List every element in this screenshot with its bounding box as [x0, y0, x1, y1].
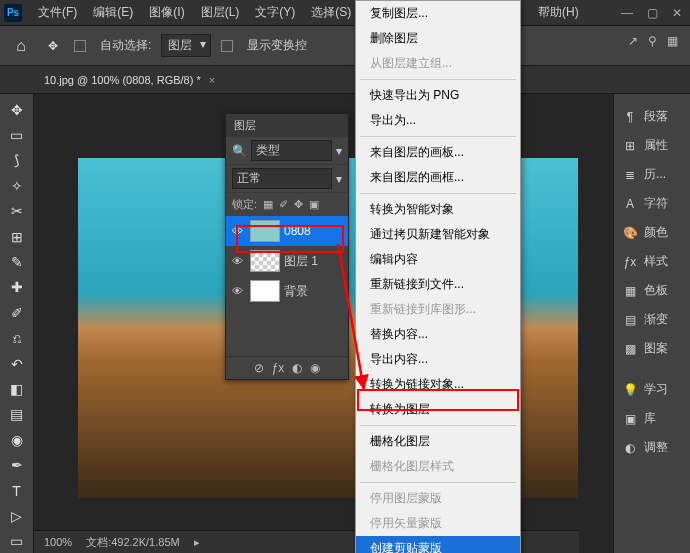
lock-pixels-icon[interactable]: ▦	[263, 198, 273, 211]
ctx-convert-smart[interactable]: 转换为智能对象	[356, 197, 520, 222]
minimize-icon[interactable]: —	[621, 6, 633, 20]
wand-tool[interactable]: ✧	[3, 174, 31, 197]
layer-thumb	[250, 220, 280, 242]
show-transform-checkbox[interactable]	[221, 39, 237, 53]
menu-text[interactable]: 文字(Y)	[247, 4, 303, 21]
ctx-edit-contents[interactable]: 编辑内容	[356, 247, 520, 272]
tab-style[interactable]: ƒx样式	[614, 247, 690, 276]
ctx-duplicate-layer[interactable]: 复制图层...	[356, 1, 520, 26]
adjustment-icon[interactable]: ◉	[310, 361, 320, 375]
mask-icon[interactable]: ◐	[292, 361, 302, 375]
tab-learn[interactable]: 💡学习	[614, 375, 690, 404]
layer-row-0808[interactable]: 👁 0808	[226, 216, 348, 246]
shape-tool[interactable]: ▭	[3, 530, 31, 553]
zoom-level[interactable]: 100%	[44, 536, 72, 548]
eraser-tool[interactable]: ◧	[3, 377, 31, 400]
link-layers-icon[interactable]: ⊘	[254, 361, 264, 375]
tab-library[interactable]: ▣库	[614, 404, 690, 433]
photoshop-logo: Ps	[4, 4, 22, 22]
blend-dropdown-icon[interactable]: ▾	[336, 172, 342, 186]
layer-thumb	[250, 250, 280, 272]
ctx-quick-export-png[interactable]: 快速导出为 PNG	[356, 83, 520, 108]
ctx-convert-linked[interactable]: 转换为链接对象...	[356, 372, 520, 397]
move-tool-icon[interactable]: ✥	[42, 35, 64, 57]
visibility-icon[interactable]: 👁	[232, 285, 246, 297]
blur-tool[interactable]: ◉	[3, 428, 31, 451]
share-icon[interactable]: ↗	[628, 34, 638, 48]
status-expand-icon[interactable]: ▸	[194, 536, 200, 549]
ctx-frame-from-layers[interactable]: 来自图层的画框...	[356, 165, 520, 190]
filter-type-dropdown[interactable]: 类型	[251, 140, 332, 161]
ctx-rasterize-style: 栅格化图层样式	[356, 454, 520, 479]
history-brush-tool[interactable]: ↶	[3, 352, 31, 375]
visibility-icon[interactable]: 👁	[232, 255, 246, 267]
tab-close-icon[interactable]: ×	[209, 74, 215, 86]
tab-pattern[interactable]: ▩图案	[614, 334, 690, 363]
layer-context-menu: 复制图层... 删除图层 从图层建立组... 快速导出为 PNG 导出为... …	[355, 0, 521, 553]
tool-palette: ✥ ▭ ⟆ ✧ ✂ ⊞ ✎ ✚ ✐ ⎌ ↶ ◧ ▤ ◉ ✒ T ▷ ▭	[0, 94, 34, 553]
menu-select[interactable]: 选择(S)	[303, 4, 359, 21]
menu-file[interactable]: 文件(F)	[30, 4, 85, 21]
workspace-icon[interactable]: ▦	[667, 34, 678, 48]
ctx-relink-file[interactable]: 重新链接到文件...	[356, 272, 520, 297]
lasso-tool[interactable]: ⟆	[3, 149, 31, 172]
ctx-replace-contents[interactable]: 替换内容...	[356, 322, 520, 347]
auto-select-checkbox[interactable]	[74, 39, 90, 53]
ctx-artboard-from-layers[interactable]: 来自图层的画板...	[356, 140, 520, 165]
lock-brush-icon[interactable]: ✐	[279, 198, 288, 211]
ctx-delete-layer[interactable]: 删除图层	[356, 26, 520, 51]
crop-tool[interactable]: ✂	[3, 200, 31, 223]
tab-adjustments[interactable]: ◐调整	[614, 433, 690, 462]
close-icon[interactable]: ✕	[672, 6, 682, 20]
fx-icon[interactable]: ƒx	[272, 361, 285, 375]
lock-label: 锁定:	[232, 197, 257, 212]
ctx-create-clipping-mask[interactable]: 创建剪贴蒙版	[356, 536, 520, 553]
search-icon[interactable]: ⚲	[648, 34, 657, 48]
tab-char[interactable]: A字符	[614, 189, 690, 218]
layer-thumb	[250, 280, 280, 302]
ctx-convert-to-layer[interactable]: 转换为图层	[356, 397, 520, 422]
layer-row-bg[interactable]: 👁 背景	[226, 276, 348, 306]
lock-artboard-icon[interactable]: ▣	[309, 198, 319, 211]
tab-color[interactable]: 🎨颜色	[614, 218, 690, 247]
ctx-disable-vector-mask: 停用矢量蒙版	[356, 511, 520, 536]
maximize-icon[interactable]: ▢	[647, 6, 658, 20]
layer-name: 背景	[284, 283, 308, 300]
visibility-icon[interactable]: 👁	[232, 225, 246, 237]
ctx-export-as[interactable]: 导出为...	[356, 108, 520, 133]
move-tool[interactable]: ✥	[3, 98, 31, 121]
ctx-new-smart-copy[interactable]: 通过拷贝新建智能对象	[356, 222, 520, 247]
tab-paragraph[interactable]: ¶段落	[614, 102, 690, 131]
gradient-tool[interactable]: ▤	[3, 403, 31, 426]
file-tab[interactable]: 10.jpg @ 100% (0808, RGB/8) * ×	[36, 70, 223, 90]
ctx-export-contents[interactable]: 导出内容...	[356, 347, 520, 372]
lock-position-icon[interactable]: ✥	[294, 198, 303, 211]
eyedropper-tool[interactable]: ✎	[3, 250, 31, 273]
path-tool[interactable]: ▷	[3, 504, 31, 527]
show-transform-label: 显示变换控	[247, 37, 307, 54]
home-icon[interactable]: ⌂	[10, 35, 32, 57]
menu-image[interactable]: 图像(I)	[141, 4, 192, 21]
tab-properties[interactable]: ⊞属性	[614, 131, 690, 160]
brush-tool[interactable]: ✐	[3, 301, 31, 324]
layer-row-1[interactable]: 👁 图层 1	[226, 246, 348, 276]
marquee-tool[interactable]: ▭	[3, 123, 31, 146]
layer-type-dropdown[interactable]: 图层	[161, 34, 211, 57]
blend-mode-dropdown[interactable]: 正常	[232, 168, 332, 189]
layer-name: 图层 1	[284, 253, 318, 270]
filter-icon[interactable]: 🔍	[232, 144, 247, 158]
stamp-tool[interactable]: ⎌	[3, 327, 31, 350]
heal-tool[interactable]: ✚	[3, 276, 31, 299]
tab-swatches[interactable]: ▦色板	[614, 276, 690, 305]
filter-dropdown-icon[interactable]: ▾	[336, 144, 342, 158]
frame-tool[interactable]: ⊞	[3, 225, 31, 248]
menu-help[interactable]: 帮助(H)	[530, 4, 587, 21]
type-tool[interactable]: T	[3, 479, 31, 502]
tab-history[interactable]: ≣历...	[614, 160, 690, 189]
pen-tool[interactable]: ✒	[3, 453, 31, 476]
ctx-rasterize-layer[interactable]: 栅格化图层	[356, 429, 520, 454]
right-panel-tabs: ¶段落 ⊞属性 ≣历... A字符 🎨颜色 ƒx样式 ▦色板 ▤渐变 ▩图案 💡…	[613, 94, 690, 553]
menu-edit[interactable]: 编辑(E)	[85, 4, 141, 21]
tab-gradient[interactable]: ▤渐变	[614, 305, 690, 334]
menu-layer[interactable]: 图层(L)	[193, 4, 248, 21]
